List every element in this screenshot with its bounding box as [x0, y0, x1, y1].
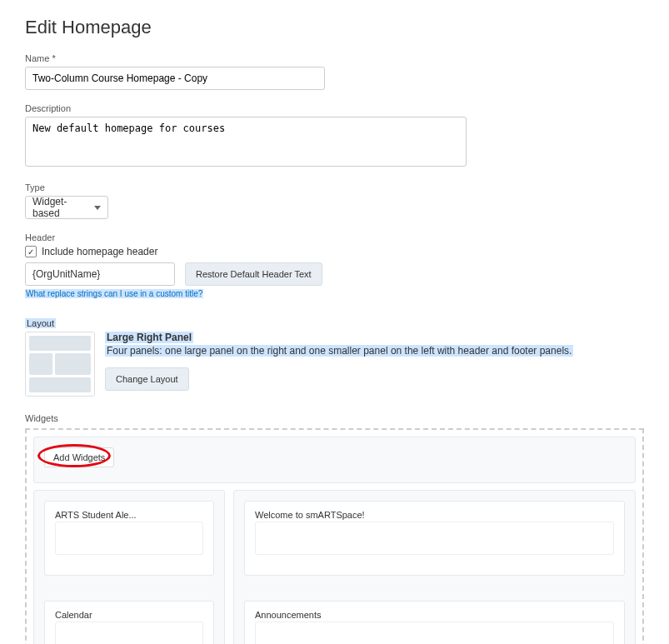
layout-label: Layout [25, 318, 56, 328]
chevron-down-icon [94, 206, 101, 210]
widget-header-panel: Add Widgets [33, 437, 636, 483]
description-label: Description [25, 103, 644, 113]
page-title: Edit Homepage [25, 17, 644, 38]
add-widgets-header-button[interactable]: Add Widgets [44, 447, 114, 467]
layout-name: Large Right Panel [105, 332, 193, 343]
type-label: Type [25, 182, 644, 192]
replace-strings-help-link[interactable]: What replace strings can I use in a cust… [25, 289, 203, 298]
change-layout-button[interactable]: Change Layout [105, 367, 189, 391]
widget-card-title: Calendar [55, 610, 203, 620]
type-select[interactable]: Widget-based [25, 196, 108, 219]
header-title-input[interactable] [25, 262, 175, 286]
widget-right-panel: Welcome to smARTSpace! Announcements Add… [233, 490, 636, 644]
name-input[interactable] [25, 67, 325, 90]
widget-card-title: Announcements [255, 610, 614, 620]
widget-card-announcements[interactable]: Announcements [244, 601, 625, 644]
header-label: Header [25, 232, 644, 242]
widget-card-title: Welcome to smARTSpace! [255, 510, 614, 520]
layout-description: Four panels: one large panel on the righ… [105, 345, 573, 357]
description-textarea[interactable] [25, 117, 467, 167]
widget-card-arts[interactable]: ARTS Student Ale... [44, 501, 214, 576]
restore-header-button[interactable]: Restore Default Header Text [185, 262, 322, 286]
widgets-container: Add Widgets ARTS Student Ale... Calendar [25, 428, 644, 644]
widget-card-calendar[interactable]: Calendar [44, 601, 214, 644]
include-header-checkbox[interactable]: ✓ [25, 246, 37, 257]
widgets-label: Widgets [25, 413, 644, 423]
widget-card-title: ARTS Student Ale... [55, 510, 203, 520]
widget-card-welcome[interactable]: Welcome to smARTSpace! [244, 501, 625, 576]
widget-left-panel: ARTS Student Ale... Calendar Add Widgets [33, 490, 225, 644]
name-label: Name * [25, 53, 644, 63]
layout-thumbnail [25, 332, 95, 397]
include-header-label: Include homepage header [42, 246, 157, 257]
type-selected-value: Widget-based [32, 196, 89, 219]
